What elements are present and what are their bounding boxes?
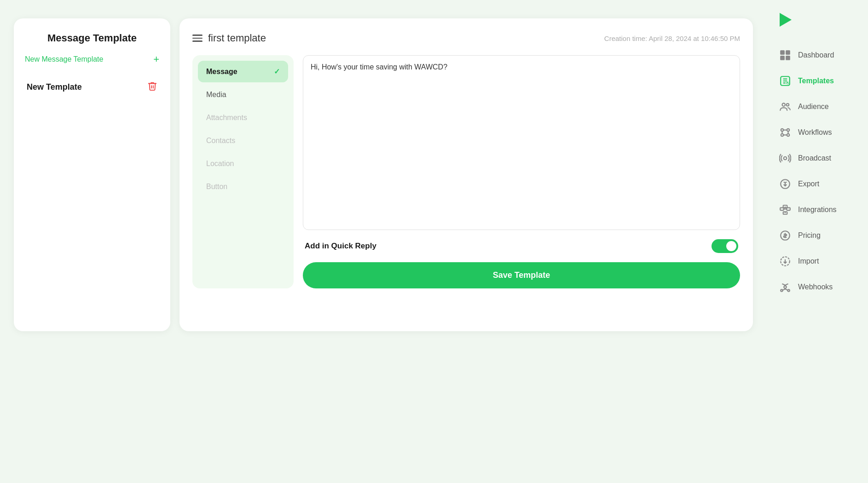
workflows-label: Workflows	[798, 128, 832, 137]
export-icon	[779, 178, 792, 190]
svg-rect-3	[780, 56, 785, 60]
svg-point-8	[787, 104, 789, 106]
template-editor-panel: first template Creation time: April 28, …	[179, 18, 753, 331]
new-template-button[interactable]: New Message Template +	[25, 52, 159, 67]
tab-media[interactable]: Media	[198, 84, 288, 105]
delete-icon[interactable]	[147, 81, 157, 93]
sidebar-item-webhooks[interactable]: Webhooks	[774, 275, 861, 299]
dashboard-icon	[779, 49, 792, 62]
svg-point-11	[781, 134, 783, 136]
svg-marker-0	[780, 13, 792, 27]
pricing-icon	[779, 229, 792, 242]
creation-time: Creation time: April 28, 2024 at 10:46:5…	[604, 34, 740, 42]
broadcast-icon	[779, 152, 792, 165]
svg-point-24	[784, 286, 786, 288]
main-area: Message Template New Message Template + …	[0, 0, 767, 483]
quick-reply-label: Add in Quick Reply	[305, 242, 376, 251]
templates-label: Templates	[798, 77, 834, 85]
template-list-title: Message Template	[25, 32, 159, 44]
tabs-menu: Message ✓ Media Attachments Contacts Loc…	[192, 55, 294, 288]
sidebar-item-dashboard[interactable]: Dashboard	[774, 43, 861, 67]
play-button[interactable]	[774, 9, 795, 30]
editor-content: Hi, How's your time saving with WAWCD? A…	[303, 55, 740, 288]
broadcast-label: Broadcast	[798, 154, 831, 162]
svg-rect-2	[786, 50, 790, 55]
webhooks-icon	[779, 281, 792, 293]
quick-reply-toggle[interactable]	[712, 239, 738, 253]
tab-contacts[interactable]: Contacts	[198, 130, 288, 151]
import-icon	[779, 255, 792, 268]
editor-template-name: first template	[208, 32, 266, 44]
editor-header: first template Creation time: April 28, …	[192, 32, 740, 44]
webhooks-label: Webhooks	[798, 283, 833, 291]
import-label: Import	[798, 257, 819, 265]
svg-point-12	[787, 134, 789, 136]
svg-rect-1	[780, 50, 785, 55]
audience-icon	[779, 100, 792, 113]
template-item[interactable]: New Template	[25, 76, 159, 98]
templates-icon	[779, 75, 792, 87]
svg-point-13	[784, 157, 787, 160]
tab-button[interactable]: Button	[198, 176, 288, 197]
svg-point-26	[787, 289, 789, 291]
message-textarea[interactable]: Hi, How's your time saving with WAWCD?	[303, 55, 740, 230]
tab-location[interactable]: Location	[198, 153, 288, 174]
svg-point-25	[781, 289, 782, 291]
workflows-icon	[779, 126, 792, 139]
integrations-label: Integrations	[798, 206, 837, 214]
tab-message[interactable]: Message ✓	[198, 61, 288, 82]
sidebar-item-pricing[interactable]: Pricing	[774, 224, 861, 247]
svg-point-7	[782, 103, 786, 106]
svg-point-9	[781, 129, 783, 131]
tab-attachments[interactable]: Attachments	[198, 107, 288, 128]
editor-title-row: first template	[192, 32, 266, 44]
sidebar-item-export[interactable]: Export	[774, 172, 861, 196]
integrations-icon	[779, 203, 792, 216]
pricing-label: Pricing	[798, 231, 821, 240]
sidebar-item-integrations[interactable]: Integrations	[774, 198, 861, 222]
hamburger-icon[interactable]	[192, 34, 203, 42]
audience-label: Audience	[798, 103, 829, 111]
new-template-label: New Message Template	[25, 55, 103, 63]
save-template-button[interactable]: Save Template	[303, 262, 740, 288]
template-list-panel: Message Template New Message Template + …	[14, 18, 170, 331]
export-label: Export	[798, 180, 819, 188]
sidebar-nav: Dashboard Templates Audience	[767, 0, 868, 483]
quick-reply-row: Add in Quick Reply	[303, 239, 740, 253]
sidebar-item-templates[interactable]: Templates	[774, 69, 861, 93]
check-icon: ✓	[274, 67, 280, 76]
template-item-name: New Template	[27, 82, 82, 92]
plus-icon: +	[153, 53, 159, 65]
dashboard-label: Dashboard	[798, 51, 834, 59]
sidebar-item-workflows[interactable]: Workflows	[774, 121, 861, 144]
editor-body: Message ✓ Media Attachments Contacts Loc…	[192, 55, 740, 288]
sidebar-item-import[interactable]: Import	[774, 249, 861, 273]
sidebar-item-broadcast[interactable]: Broadcast	[774, 146, 861, 170]
svg-point-10	[787, 129, 789, 131]
svg-rect-4	[786, 56, 790, 60]
sidebar-item-audience[interactable]: Audience	[774, 95, 861, 119]
